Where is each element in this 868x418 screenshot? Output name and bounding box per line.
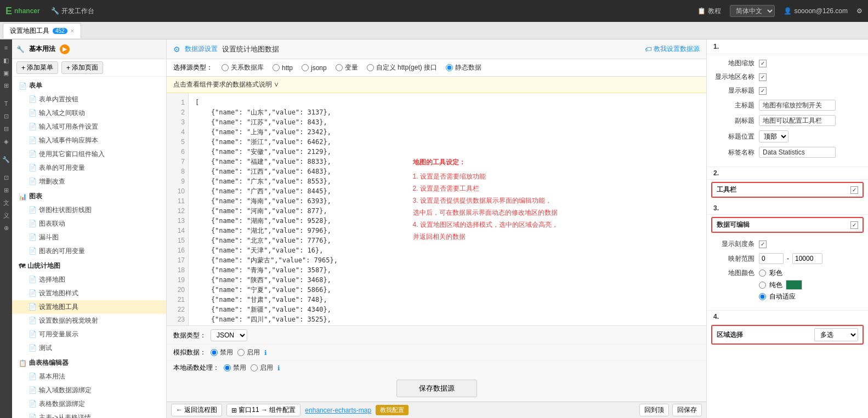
sidebar-icon-5[interactable]: T xyxy=(1,98,12,109)
nav-item-input-link[interactable]: 📄输入域之间联动 xyxy=(12,106,166,120)
source-type-http[interactable]: http xyxy=(273,64,293,72)
data-editable-section-highlighted: 数据可编辑 xyxy=(711,217,864,233)
nav-item-input-cond[interactable]: 📄输入域可用条件设置 xyxy=(12,120,166,134)
line-num: 18 xyxy=(167,265,188,275)
sidebar-icon-11[interactable]: ⊞ xyxy=(1,185,12,196)
nav-item-input-event[interactable]: 📄输入域事件响应脚本 xyxy=(12,134,166,147)
sidebar-icon-14[interactable]: ⊕ xyxy=(1,222,12,233)
sidebar-icon-13[interactable]: 义 xyxy=(1,210,12,221)
region-select[interactable]: 多选 单选 无 xyxy=(814,328,858,341)
source-type-var[interactable]: 变量 xyxy=(336,63,358,72)
show-scale-checkbox[interactable] xyxy=(759,241,767,248)
nav-item-table-input-bind[interactable]: 📄输入域数据源绑定 xyxy=(12,383,166,397)
show-title-checkbox[interactable] xyxy=(759,87,767,95)
data-editable-label: 数据可编辑 xyxy=(717,220,750,230)
back-save-button[interactable]: 回保存 xyxy=(672,404,702,416)
local-fn-help-icon[interactable]: ℹ xyxy=(277,364,280,372)
nav-item-other-win[interactable]: 📄使用其它窗口组件输入 xyxy=(12,147,166,161)
sidebar-icon-4[interactable]: ⊞ xyxy=(1,80,12,91)
nav-item-table-basic[interactable]: 📄基本用法 xyxy=(12,370,166,383)
nav-item-test[interactable]: 📄测试 xyxy=(12,341,166,355)
mock-disable[interactable]: 禁用 xyxy=(211,348,233,357)
sidebar-icon-9[interactable]: 🔧 xyxy=(1,154,12,165)
color-box[interactable] xyxy=(786,280,802,290)
nav-item-table-bind[interactable]: 📄表格数据源绑定 xyxy=(12,397,166,411)
nav-group-map-title[interactable]: 🗺 山统计地图 xyxy=(12,259,166,273)
nav-item-chart-var[interactable]: 📄图表的可用变量 xyxy=(12,244,166,258)
item-icon: 📄 xyxy=(29,303,37,311)
language-select[interactable]: 简体中文 xyxy=(730,5,775,17)
sidebar-icon-1[interactable]: ≡ xyxy=(1,42,12,53)
sidebar-icon-7[interactable]: ⊟ xyxy=(1,123,12,134)
color-radio-solid[interactable] xyxy=(759,282,766,289)
mock-enable[interactable]: 启用 xyxy=(237,348,260,357)
nav-item-form-var[interactable]: 📄表单的可用变量 xyxy=(12,161,166,175)
sidebar-icon-3[interactable]: ▣ xyxy=(1,67,12,78)
add-menu-button[interactable]: + 添加菜单 xyxy=(16,61,58,74)
nav-item-map-tool[interactable]: 📄设置地图工具 xyxy=(12,300,166,314)
nav-item-form-btn[interactable]: 📄表单内置按钮 xyxy=(12,93,166,106)
local-fn-disable[interactable]: 禁用 xyxy=(224,363,246,373)
nav-item-master-detail[interactable]: 📄主表->从表格详情 xyxy=(12,411,166,418)
sub-title-input[interactable] xyxy=(759,115,836,126)
local-fn-enable[interactable]: 启用 xyxy=(251,363,273,373)
nav-item-chart-link[interactable]: 📄图表联动 xyxy=(12,217,166,231)
range-from-input[interactable] xyxy=(759,253,784,264)
main-title-input[interactable] xyxy=(759,100,836,111)
code-content[interactable]: [ {"name": "山东","value": 3137}, {"name":… xyxy=(189,93,706,325)
source-type-custom[interactable]: 自定义 http(get) 接口 xyxy=(367,63,437,72)
source-type-jsonp[interactable]: jsonp xyxy=(302,64,327,72)
mock-help-icon[interactable]: ℹ xyxy=(264,349,267,357)
color-radio-auto[interactable] xyxy=(759,293,766,300)
window-icon: ⊞ xyxy=(231,406,237,414)
nav-group-form-title[interactable]: 📄 表单 xyxy=(12,79,166,93)
sidebar-icon-8[interactable]: ◈ xyxy=(1,136,12,147)
title-pos-select[interactable]: 顶部 底部 xyxy=(759,130,788,142)
map-zoom-checkbox[interactable] xyxy=(759,60,767,67)
data-editable-checkbox[interactable] xyxy=(850,221,858,229)
tab-map-tool[interactable]: 设置地图工具 452 × xyxy=(3,23,81,38)
sidebar-icon-12[interactable]: 文 xyxy=(1,197,12,208)
datasource-link[interactable]: 数据源设置 xyxy=(185,44,218,54)
settings-icon[interactable]: ⚙ xyxy=(856,7,863,15)
nav-item-pie-bar[interactable]: 📄饼图柱状图折线图 xyxy=(12,203,166,217)
show-region-checkbox[interactable] xyxy=(759,73,767,81)
tab-close-icon[interactable]: × xyxy=(71,28,74,34)
window-config-button[interactable]: ⊞ 窗口11 → 组件配置 xyxy=(226,404,300,416)
range-dash: - xyxy=(787,255,789,262)
sidebar-icon-10[interactable]: ⊡ xyxy=(1,172,12,183)
dev-workbench[interactable]: 🔧 开发工作台 xyxy=(51,7,94,16)
nav-item-map-var[interactable]: 📄可用变量展示 xyxy=(12,328,166,341)
nav-item-crud[interactable]: 📄增删改查 xyxy=(12,175,166,188)
datasource-gear-icon: ⚙ xyxy=(173,45,180,54)
source-type-db[interactable]: 关系数据库 xyxy=(222,63,264,72)
line-num: 15 xyxy=(167,236,188,245)
nav-item-map-visual[interactable]: 📄设置数据的视觉映射 xyxy=(12,314,166,328)
source-type-static[interactable]: 静态数据 xyxy=(446,63,481,72)
sidebar-icon-6[interactable]: ⊡ xyxy=(1,111,12,122)
footer: ← 返回流程图 ⊞ 窗口11 → 组件配置 enhancer-echarts-m… xyxy=(167,402,706,418)
tutorial-tab[interactable]: 教我配置 xyxy=(376,405,409,415)
range-to-input[interactable] xyxy=(792,253,822,264)
nav-play-icon[interactable]: ▶ xyxy=(60,44,70,54)
toolbar-checkbox[interactable] xyxy=(850,186,858,194)
color-opt-solid: 纯色 xyxy=(759,280,802,290)
hint-bar[interactable]: 点击查看组件要求的数据格式说明 ∨ xyxy=(167,77,706,93)
nav-item-funnel[interactable]: 📄漏斗图 xyxy=(12,231,166,244)
tag-name-input[interactable] xyxy=(759,147,836,158)
logo: E nhancer xyxy=(5,5,40,17)
back-top-button[interactable]: 回到顶 xyxy=(639,404,669,416)
sidebar-icon-2[interactable]: ◧ xyxy=(1,55,12,66)
nav-group-chart-title[interactable]: 📊 图表 xyxy=(12,190,166,203)
nav-item-select-map[interactable]: 📄选择地图 xyxy=(12,273,166,287)
help-link[interactable]: 🏷 教我设置数据源 xyxy=(645,44,700,54)
add-page-button[interactable]: + 添加页面 xyxy=(61,61,103,74)
save-datasource-button[interactable]: 保存数据源 xyxy=(396,380,477,397)
nav-group-table-title[interactable]: 📋 曲表格编辑器 xyxy=(12,356,166,370)
back-flow-button[interactable]: ← 返回流程图 xyxy=(171,404,222,416)
user-menu[interactable]: 👤 soooon@126.com xyxy=(784,7,848,15)
tutorial-link[interactable]: 📋 教程 xyxy=(697,7,721,16)
color-radio-colorful[interactable] xyxy=(759,270,766,277)
nav-item-map-style[interactable]: 📄设置地图样式 xyxy=(12,287,166,300)
data-type-select[interactable]: JSON XML CSV xyxy=(211,329,247,341)
